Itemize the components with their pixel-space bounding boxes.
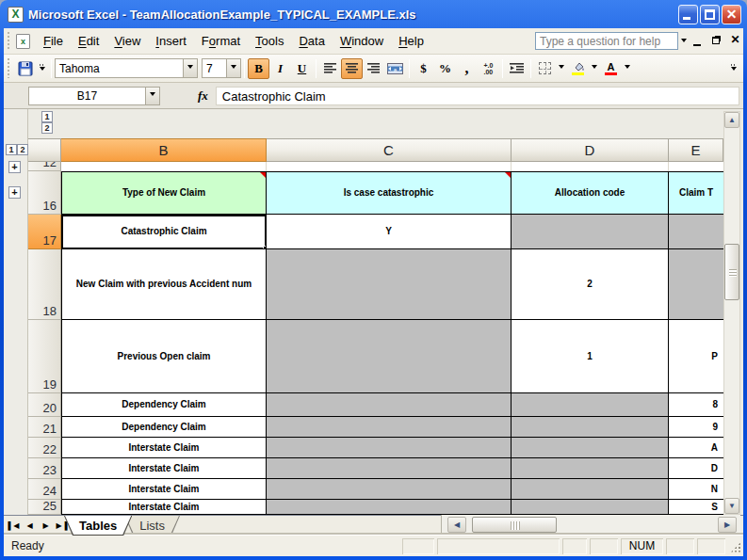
font-name-dropdown-button[interactable] [183, 59, 197, 77]
expand-group-button[interactable]: + [8, 161, 21, 173]
row-header-23[interactable]: 23 [28, 458, 61, 479]
align-left-button[interactable] [319, 58, 341, 79]
help-dropdown-icon[interactable] [681, 39, 687, 45]
font-name-select[interactable]: Tahoma [55, 58, 198, 78]
menu-insert[interactable]: Insert [148, 30, 194, 52]
scroll-up-button[interactable]: ▲ [724, 112, 739, 128]
cell-D16[interactable]: Allocation code [512, 171, 669, 215]
scroll-right-button[interactable]: ▶ [718, 517, 737, 533]
font-size-select[interactable]: 7 [202, 58, 241, 78]
cell-E19[interactable]: P [669, 320, 723, 393]
cell-E24[interactable]: N [669, 479, 723, 500]
expand-group-button[interactable]: + [8, 186, 21, 199]
cell-E12[interactable] [669, 162, 723, 171]
menu-file[interactable]: File [36, 30, 71, 52]
menu-help[interactable]: Help [391, 30, 431, 52]
cell-B12[interactable] [61, 162, 267, 171]
formula-input[interactable]: Catastrophic Claim [216, 87, 739, 105]
font-color-dropdown-button[interactable] [622, 58, 633, 79]
row-header-16[interactable]: 16 [28, 171, 61, 215]
cell-B20[interactable]: Dependency Claim [61, 393, 267, 417]
menu-tools[interactable]: Tools [248, 30, 291, 52]
toolbar-options-button[interactable] [727, 58, 739, 79]
row-header-19[interactable]: 19 [28, 320, 61, 393]
insert-function-button[interactable]: fx [198, 88, 208, 104]
cell-B23[interactable]: Interstate Claim [61, 458, 267, 479]
bold-button[interactable]: B [248, 58, 269, 79]
save-button[interactable] [14, 58, 36, 79]
borders-button[interactable] [534, 58, 556, 79]
cell-D19[interactable]: 1 [512, 320, 669, 393]
row-outline-level-2-button[interactable]: 2 [17, 144, 28, 155]
cell-C22[interactable] [267, 438, 512, 458]
tab-tables[interactable]: Tables [64, 516, 132, 536]
row-header-24[interactable]: 24 [28, 479, 61, 500]
align-center-button[interactable] [341, 58, 363, 79]
cell-D25[interactable] [512, 500, 669, 515]
cell-C24[interactable] [267, 479, 512, 500]
cell-D23[interactable] [512, 458, 669, 479]
cell-E17[interactable] [669, 215, 723, 249]
cell-C16[interactable]: Is case catastrophic [267, 171, 512, 215]
menu-edit[interactable]: Edit [71, 30, 106, 52]
fill-handle[interactable] [263, 246, 267, 249]
cell-D21[interactable] [512, 417, 669, 438]
menu-data[interactable]: Data [291, 30, 332, 52]
column-header-c[interactable]: C [267, 138, 512, 162]
column-outline-level-2-button[interactable]: 2 [41, 122, 53, 134]
minimize-button[interactable] [678, 5, 698, 24]
cell-B24[interactable]: Interstate Claim [61, 479, 267, 500]
currency-button[interactable]: $ [413, 58, 434, 79]
cell-C17[interactable]: Y [267, 215, 512, 249]
menu-window[interactable]: Window [333, 30, 391, 52]
percent-button[interactable]: % [434, 58, 456, 79]
cell-E20[interactable]: 8 [669, 393, 723, 417]
cell-D24[interactable] [512, 479, 669, 500]
cell-C12[interactable] [267, 162, 512, 171]
cell-C18[interactable] [267, 249, 512, 320]
column-header-d[interactable]: D [512, 138, 669, 162]
row-header-20[interactable]: 20 [28, 393, 61, 417]
align-right-button[interactable] [363, 58, 384, 79]
cell-E16[interactable]: Claim T [669, 171, 723, 215]
cell-B18[interactable]: New Claim with previous Accident num [61, 249, 267, 320]
name-box-dropdown-button[interactable] [145, 88, 159, 104]
cell-E25[interactable]: S [669, 500, 723, 515]
row-header-18[interactable]: 18 [28, 249, 61, 320]
workbook-close-button[interactable]: ✕ [727, 33, 743, 49]
cell-C23[interactable] [267, 458, 512, 479]
vertical-scroll-thumb[interactable] [724, 244, 739, 300]
cell-B19[interactable]: Previous Open claim [61, 320, 267, 393]
workbook-restore-button[interactable] [708, 33, 724, 49]
menu-view[interactable]: View [106, 30, 148, 52]
cell-D12[interactable] [512, 162, 669, 171]
maximize-button[interactable] [700, 5, 720, 24]
cell-D20[interactable] [512, 393, 669, 417]
cell-D18[interactable]: 2 [512, 249, 669, 320]
font-size-dropdown-button[interactable] [226, 59, 240, 77]
cell-C19[interactable] [267, 320, 512, 393]
first-sheet-button[interactable]: ▌◀ [6, 521, 22, 530]
increase-decimal-button[interactable]: +.0.00 [478, 58, 499, 79]
tab-lists[interactable]: Lists [124, 516, 180, 536]
help-input[interactable]: Type a question for help [535, 32, 678, 50]
cell-E23[interactable]: D [669, 458, 723, 479]
cell-E18[interactable] [669, 249, 723, 320]
scroll-down-button[interactable]: ▼ [724, 498, 739, 514]
fill-color-dropdown-button[interactable] [589, 58, 600, 79]
cell-C25[interactable] [267, 500, 512, 515]
cell-E22[interactable]: A [669, 438, 723, 458]
decrease-indent-button[interactable] [506, 58, 528, 79]
next-sheet-button[interactable]: ▶ [38, 521, 54, 530]
borders-dropdown-button[interactable] [556, 58, 567, 79]
column-header-b[interactable]: B [61, 138, 267, 162]
cell-B22[interactable]: Interstate Claim [61, 438, 267, 458]
cell-E21[interactable]: 9 [669, 417, 723, 438]
horizontal-scrollbar[interactable]: ◀ ▶ [441, 515, 740, 535]
column-header-e[interactable]: E [669, 138, 723, 162]
vertical-scrollbar[interactable]: ▲ ▼ [723, 111, 740, 515]
row-header-corner[interactable] [28, 138, 61, 162]
comma-style-button[interactable]: , [456, 58, 478, 79]
row-header-17[interactable]: 17 [28, 215, 61, 249]
resize-grip-icon[interactable] [728, 538, 741, 554]
